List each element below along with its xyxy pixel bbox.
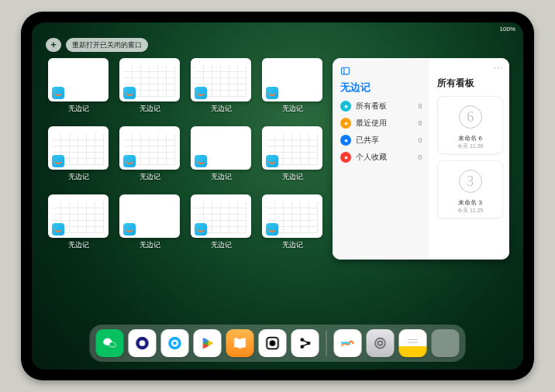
add-window-button[interactable]: +: [46, 38, 61, 52]
board-card[interactable]: 6未命名 6今天 11:26: [437, 96, 503, 154]
freeform-app-icon: [123, 87, 136, 99]
freeform-app-icon: [266, 155, 278, 167]
window-label: 无边记: [68, 240, 89, 250]
sidebar-toggle-icon[interactable]: [340, 66, 422, 77]
freeform-spotlight-panel: 无边记 所有看板8最近使用8已共享0个人收藏0 ··· 所有看板 6未命名 6今…: [333, 58, 509, 260]
panel-sidebar: 无边记 所有看板8最近使用8已共享0个人收藏0: [333, 58, 429, 260]
window-thumbnail[interactable]: 无边记: [46, 194, 111, 258]
svg-point-8: [109, 342, 115, 347]
window-thumbnail[interactable]: 无边记: [260, 58, 325, 122]
category-count: 0: [418, 153, 422, 161]
device-frame: 100% + 重新打开已关闭的窗口 无边记无边记无边记无边记无边记无边记无边记无…: [0, 0, 555, 392]
window-preview: [191, 126, 251, 170]
window-label: 无边记: [140, 240, 160, 250]
freeform-app-icon: [195, 223, 207, 236]
window-thumbnail[interactable]: 无边记: [188, 194, 253, 258]
ipad-body: 100% + 重新打开已关闭的窗口 无边记无边记无边记无边记无边记无边记无边记无…: [21, 12, 534, 380]
svg-point-24: [378, 341, 383, 346]
freeform-app-icon: [195, 87, 207, 99]
window-preview: [48, 194, 109, 238]
svg-point-5: [344, 156, 347, 159]
freeform-app-icon: [266, 223, 278, 236]
sidebar-category[interactable]: 已共享0: [340, 135, 422, 146]
window-preview: [262, 126, 322, 170]
sidebar-category[interactable]: 所有看板8: [340, 101, 422, 112]
svg-point-10: [140, 340, 146, 346]
dock-app-books[interactable]: [226, 329, 254, 357]
stage-manager-toolbar: + 重新打开已关闭的窗口: [46, 38, 148, 52]
dock-app-notes[interactable]: [399, 329, 427, 357]
window-preview: [48, 126, 109, 170]
window-thumbnail[interactable]: 无边记: [117, 194, 182, 258]
window-thumbnail[interactable]: 无边记: [260, 126, 325, 190]
window-thumbnail[interactable]: 无边记: [260, 194, 325, 258]
window-preview: [119, 194, 180, 238]
category-label: 已共享: [356, 135, 379, 146]
svg-point-4: [344, 139, 347, 142]
window-label: 无边记: [282, 104, 303, 114]
reopen-closed-window-button[interactable]: 重新打开已关闭的窗口: [66, 38, 148, 52]
window-label: 无边记: [68, 104, 89, 114]
window-label: 无边记: [282, 172, 303, 182]
window-preview: [48, 58, 109, 101]
category-label: 最近使用: [356, 118, 387, 129]
window-preview: [191, 194, 251, 238]
svg-marker-17: [208, 340, 212, 346]
window-thumbnail[interactable]: 无边记: [46, 58, 111, 122]
window-preview: [262, 58, 322, 101]
category-icon: [340, 135, 351, 146]
window-thumbnail[interactable]: 无边记: [188, 58, 253, 122]
dock-app-settings[interactable]: [367, 329, 395, 357]
more-options-button[interactable]: ···: [494, 63, 503, 72]
freeform-app-icon: [123, 155, 136, 167]
screen: 100% + 重新打开已关闭的窗口 无边记无边记无边记无边记无边记无边记无边记无…: [32, 22, 523, 370]
svg-point-19: [271, 341, 275, 346]
window-thumbnail[interactable]: 无边记: [117, 126, 182, 190]
sidebar-category[interactable]: 最近使用8: [340, 118, 422, 129]
board-thumbnail: 6: [441, 100, 499, 134]
category-count: 0: [418, 136, 422, 144]
status-bar: 100%: [32, 22, 523, 35]
dock-app-wechat[interactable]: [96, 329, 124, 357]
dock-app-dice[interactable]: [259, 329, 287, 357]
category-count: 8: [418, 119, 422, 127]
window-label: 无边记: [68, 172, 89, 182]
window-label: 无边记: [211, 172, 232, 182]
window-preview: [119, 126, 180, 170]
main-content: 无边记无边记无边记无边记无边记无边记无边记无边记无边记无边记无边记无边记 无边记…: [46, 58, 509, 322]
dock-app-folder[interactable]: [432, 329, 460, 357]
freeform-app-icon: [195, 155, 207, 167]
window-thumbnail[interactable]: 无边记: [188, 126, 253, 190]
svg-rect-0: [342, 67, 350, 74]
plus-icon: +: [50, 40, 56, 50]
freeform-app-icon: [123, 223, 136, 236]
window-label: 无边记: [211, 240, 232, 250]
dock-app-freeform[interactable]: [334, 329, 362, 357]
category-icon: [340, 152, 351, 163]
category-count: 8: [418, 102, 422, 110]
category-label: 所有看板: [356, 101, 387, 112]
dock-app-bt[interactable]: [291, 329, 319, 357]
freeform-app-icon: [52, 155, 64, 167]
freeform-app-icon: [52, 223, 64, 236]
svg-point-2: [344, 105, 347, 108]
svg-point-3: [344, 122, 347, 125]
dock-app-quark[interactable]: [129, 329, 157, 357]
board-thumbnail: 3: [441, 164, 499, 198]
category-label: 个人收藏: [356, 152, 387, 163]
window-preview: [119, 58, 180, 101]
window-preview: [262, 194, 322, 238]
dock: [90, 325, 466, 362]
dock-app-play[interactable]: [194, 329, 222, 357]
svg-point-13: [173, 342, 176, 345]
window-thumbnail[interactable]: 无边记: [46, 126, 111, 190]
dock-app-qqbrowser[interactable]: [161, 329, 189, 357]
dock-separator: [326, 331, 327, 356]
category-icon: [340, 101, 351, 112]
window-switcher-grid: 无边记无边记无边记无边记无边记无边记无边记无边记无边记无边记无边记无边记: [46, 58, 325, 322]
board-card[interactable]: 3未命名 3今天 11:25: [437, 160, 503, 218]
window-thumbnail[interactable]: 无边记: [117, 58, 182, 122]
window-label: 无边记: [282, 240, 303, 250]
freeform-app-icon: [266, 87, 278, 99]
sidebar-category[interactable]: 个人收藏0: [340, 152, 422, 163]
